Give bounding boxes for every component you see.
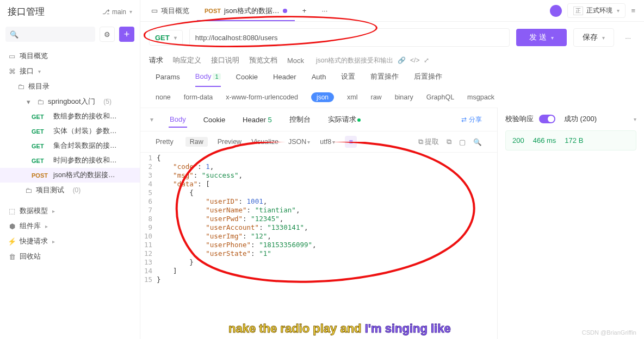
- more-icon: ···: [321, 7, 327, 15]
- bodytype-xml[interactable]: xml: [347, 93, 357, 101]
- nav-api-root[interactable]: ⌘接口▾: [0, 64, 140, 79]
- filter-icon: ⚙: [104, 30, 110, 39]
- resptab-actual[interactable]: 实际请求: [327, 111, 362, 128]
- subtab-extra-label: json格式的数据接受和输出: [316, 56, 393, 65]
- nav-label: 项目概览: [20, 51, 48, 61]
- api-item[interactable]: GET时间参数的接收和…: [0, 153, 140, 168]
- popup-icon[interactable]: ▢: [459, 138, 466, 146]
- bodytype-form[interactable]: form-data: [184, 93, 213, 101]
- format-button[interactable]: ≡: [345, 136, 357, 148]
- subtab-preview[interactable]: 预览文档: [249, 55, 277, 65]
- tab-new[interactable]: +: [295, 0, 314, 21]
- copy-icon[interactable]: ⧉: [447, 138, 451, 146]
- nav-recycle[interactable]: 🗑回收站: [0, 249, 140, 264]
- filter-button[interactable]: ⚙: [100, 27, 115, 42]
- bodytype-graphql[interactable]: GraphQL: [426, 93, 454, 101]
- paramtab-body[interactable]: Body1: [195, 72, 221, 87]
- api-item[interactable]: GET实体（封装）参数…: [0, 124, 140, 139]
- extract-button[interactable]: ⧉ 提取: [418, 137, 439, 147]
- link-icon[interactable]: 🔗: [398, 56, 406, 64]
- paramtab-pre[interactable]: 前置操作: [370, 72, 399, 87]
- view-utf8[interactable]: utf8▾: [320, 138, 335, 146]
- view-visualize[interactable]: Visualize: [251, 138, 278, 146]
- components-icon: ⬢: [8, 222, 16, 230]
- branch-selector[interactable]: ⎇ main ▾: [102, 8, 132, 16]
- code-icon[interactable]: </>: [410, 56, 419, 64]
- paramtab-params[interactable]: Params: [156, 73, 180, 86]
- subtab-respdef[interactable]: 响应定义: [173, 55, 201, 65]
- add-button[interactable]: +: [119, 27, 134, 42]
- bodytype-binary[interactable]: binary: [395, 93, 413, 101]
- nav-overview[interactable]: ▭项目概览: [0, 48, 140, 64]
- chevron-down-icon: ▾: [174, 35, 177, 41]
- paramtab-settings[interactable]: 设置: [341, 72, 355, 87]
- response-time: 466 ms: [533, 136, 556, 145]
- paramtab-cookie[interactable]: Cookie: [236, 73, 258, 86]
- tab-overview[interactable]: ▭项目概览: [144, 0, 197, 21]
- bodytype-json[interactable]: json: [311, 92, 334, 102]
- resptab-label: Header: [243, 116, 266, 124]
- overview-icon: ▭: [8, 52, 16, 60]
- tab-bar: ▭项目概览 POSTjson格式的数据… + ··· 正正式环境▾ ≡: [140, 0, 644, 22]
- view-raw[interactable]: Raw: [185, 137, 208, 147]
- paramtab-header[interactable]: Header: [273, 73, 296, 86]
- search-icon[interactable]: 🔍: [473, 138, 482, 146]
- branch-name: main: [112, 8, 126, 16]
- send-button[interactable]: 发 送▾: [516, 29, 567, 46]
- folder-count: (0): [73, 186, 81, 194]
- api-label: 集合封装数据的接…: [53, 141, 117, 150]
- nav-root-folder[interactable]: 🗀根目录: [0, 79, 140, 94]
- view-pretty[interactable]: Pretty: [156, 138, 176, 146]
- tab-active-api[interactable]: POSTjson格式的数据…: [197, 0, 295, 21]
- view-json[interactable]: JSON▾: [288, 138, 310, 146]
- search-input[interactable]: 🔍: [5, 27, 95, 42]
- share-button[interactable]: ⇄分享: [461, 115, 482, 124]
- env-indicator-icon[interactable]: [550, 5, 562, 17]
- method-value: GET: [155, 34, 170, 42]
- api-item[interactable]: GET数组参数的接收和…: [0, 109, 140, 124]
- validation-panel: 校验响应 成功 (200) ▾ 200 466 ms 172 B: [497, 108, 644, 339]
- environment-selector[interactable]: 正正式环境▾: [567, 3, 626, 18]
- method-selector[interactable]: GET▾: [149, 30, 183, 46]
- bodytype-xwww[interactable]: x-www-form-urlencoded: [226, 93, 298, 101]
- nav-label: 回收站: [20, 252, 41, 261]
- bodytype-msgpack[interactable]: msgpack: [467, 93, 494, 101]
- header-count-badge: 5: [268, 116, 271, 124]
- bodytype-none[interactable]: none: [156, 93, 171, 101]
- resptab-console[interactable]: 控制台: [288, 111, 312, 128]
- nav-quick-request[interactable]: ⚡快捷请求▸: [0, 234, 140, 249]
- paramtab-auth[interactable]: Auth: [312, 73, 326, 86]
- chevron-down-icon[interactable]: ▾: [150, 116, 153, 123]
- save-button[interactable]: 保存▾: [573, 28, 614, 47]
- chevron-down-icon[interactable]: ▾: [634, 116, 636, 122]
- api-item[interactable]: GET集合封装数据的接…: [0, 139, 140, 153]
- bodytype-raw[interactable]: raw: [370, 93, 381, 101]
- expand-icon[interactable]: ⤢: [424, 56, 429, 64]
- validate-toggle[interactable]: [539, 115, 555, 123]
- view-preview[interactable]: Preview: [218, 138, 242, 146]
- share-icon: ⇄: [461, 116, 467, 123]
- send-label: 发 送: [529, 33, 547, 42]
- subtab-apidoc[interactable]: 接口说明: [211, 55, 239, 65]
- nav-folder-test[interactable]: 🗀项目测试 (0): [0, 183, 140, 198]
- subtitle-overlay: nake the radio play and I'm singing like: [228, 322, 451, 336]
- subtab-mock[interactable]: Mock: [287, 56, 304, 65]
- tab-more[interactable]: ···: [314, 0, 335, 21]
- resptab-body[interactable]: Body: [169, 112, 187, 128]
- nav-folder-springboot[interactable]: ▾🗀springboot入门 (5): [0, 94, 140, 109]
- resptab-cookie[interactable]: Cookie: [202, 112, 226, 127]
- nav-data-model[interactable]: ⬚数据模型▸: [0, 203, 140, 218]
- subtitle-part1: nake the radio play and: [228, 322, 365, 335]
- menu-icon[interactable]: ≡: [631, 7, 635, 15]
- api-icon: ⌘: [8, 67, 16, 76]
- chevron-down-icon: ▾: [24, 98, 33, 106]
- nav-components[interactable]: ⬢组件库▸: [0, 218, 140, 234]
- more-button[interactable]: ···: [621, 30, 635, 45]
- subtab-request[interactable]: 请求: [149, 55, 163, 65]
- paramtab-post[interactable]: 后置操作: [414, 72, 442, 87]
- resptab-header[interactable]: Header 5: [242, 112, 273, 127]
- api-item-selected[interactable]: POSTjson格式的数据接…: [0, 168, 140, 183]
- response-code[interactable]: { "code": 1, "msg": "success", "data": […: [157, 154, 497, 339]
- env-badge: 正: [573, 7, 583, 15]
- url-input[interactable]: [189, 28, 510, 47]
